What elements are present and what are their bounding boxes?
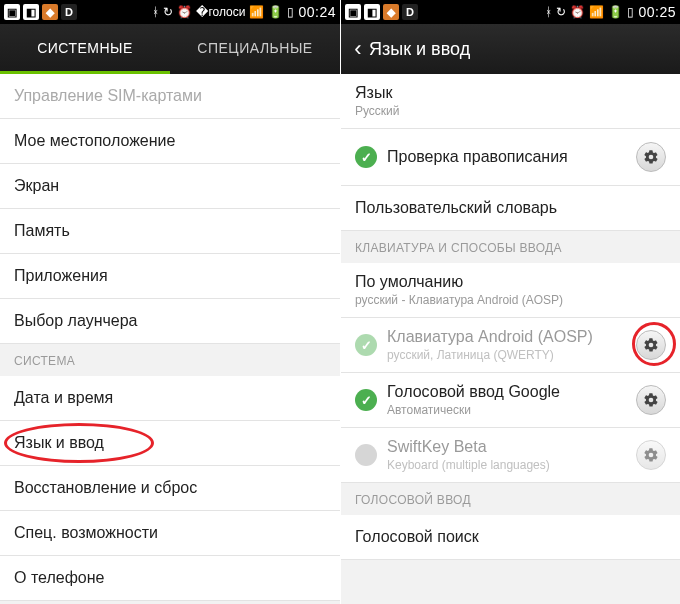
checkbox-icon[interactable] — [355, 146, 377, 168]
swiftkey-sub: Keyboard (multiple languages) — [387, 458, 550, 472]
wifi-icon: �голоси — [196, 5, 245, 19]
phone-right: ▣ ◧ ◆ D ᚼ ↻ ⏰ 📶 🔋 ▯ 00:25 ‹ Язык и ввод … — [340, 0, 680, 604]
row-about[interactable]: О телефоне — [0, 556, 340, 601]
notif-icon: ◧ — [23, 4, 39, 20]
spellcheck-label: Проверка правописания — [387, 148, 568, 166]
section-keyboards: КЛАВИАТУРА И СПОСОБЫ ВВОДА — [341, 231, 680, 263]
notif-icon: ▣ — [4, 4, 20, 20]
notif-icon: ◆ — [383, 4, 399, 20]
back-icon[interactable]: ‹ — [347, 36, 369, 62]
notif-icon: ▣ — [345, 4, 361, 20]
row-keyboard-google-voice[interactable]: Голосовой ввод Google Автоматически — [341, 373, 680, 428]
clock: 00:24 — [298, 4, 336, 20]
notif-icon: D — [61, 4, 77, 20]
keyboard-aosp-sub: русский, Латиница (QWERTY) — [387, 348, 593, 362]
status-bar: ▣ ◧ ◆ D ᚼ ↻ ⏰ 📶 🔋 ▯ 00:25 — [341, 0, 680, 24]
notif-icon: D — [402, 4, 418, 20]
settings-list: Управление SIM-картами Мое местоположени… — [0, 74, 340, 604]
default-value: русский - Клавиатура Android (AOSP) — [355, 293, 563, 307]
clock: 00:25 — [638, 4, 676, 20]
google-voice-label: Голосовой ввод Google — [387, 383, 560, 401]
settings-gear-button[interactable] — [636, 142, 666, 172]
row-location[interactable]: Мое местоположение — [0, 119, 340, 164]
battery-icon: 🔋 — [608, 5, 623, 19]
battery-icon: 🔋 — [268, 5, 283, 19]
keyboard-aosp-label: Клавиатура Android (AOSP) — [387, 328, 593, 346]
tab-system[interactable]: СИСТЕМНЫЕ — [0, 24, 170, 74]
checkbox-icon[interactable] — [355, 389, 377, 411]
swiftkey-label: SwiftKey Beta — [387, 438, 550, 456]
row-datetime[interactable]: Дата и время — [0, 376, 340, 421]
row-user-dictionary[interactable]: Пользовательский словарь — [341, 186, 680, 231]
tabs: СИСТЕМНЫЕ СПЕЦИАЛЬНЫЕ — [0, 24, 340, 74]
google-voice-sub: Автоматически — [387, 403, 560, 417]
bluetooth-icon: ᚼ — [545, 5, 552, 19]
row-language-input-label: Язык и ввод — [14, 434, 104, 452]
wifi-icon: 📶 — [249, 5, 264, 19]
row-memory[interactable]: Память — [0, 209, 340, 254]
row-display[interactable]: Экран — [0, 164, 340, 209]
page-title: Язык и ввод — [369, 39, 470, 60]
settings-gear-button[interactable] — [636, 330, 666, 360]
status-bar: ▣ ◧ ◆ D ᚼ ↻ ⏰ �голоси 📶 🔋 ▯ 00:24 — [0, 0, 340, 24]
default-label: По умолчанию — [355, 273, 563, 291]
row-accessibility[interactable]: Спец. возможности — [0, 511, 340, 556]
settings-gear-button[interactable] — [636, 385, 666, 415]
lang-input-list: Язык Русский Проверка правописания Польз… — [341, 74, 680, 604]
bluetooth-icon: ᚼ — [152, 5, 159, 19]
tab-special[interactable]: СПЕЦИАЛЬНЫЕ — [170, 24, 340, 74]
phone-left: ▣ ◧ ◆ D ᚼ ↻ ⏰ �голоси 📶 🔋 ▯ 00:24 СИСТЕМ… — [0, 0, 340, 604]
row-keyboard-swiftkey[interactable]: SwiftKey Beta Keyboard (multiple languag… — [341, 428, 680, 483]
sync-icon: ↻ — [556, 5, 566, 19]
signal-icon: ▯ — [627, 5, 634, 19]
notif-icon: ◆ — [42, 4, 58, 20]
section-voice: ГОЛОСОВОЙ ВВОД — [341, 483, 680, 515]
row-keyboard-aosp[interactable]: Клавиатура Android (AOSP) русский, Латин… — [341, 318, 680, 373]
row-language[interactable]: Язык Русский — [341, 74, 680, 129]
checkbox-icon[interactable] — [355, 444, 377, 466]
language-value: Русский — [355, 104, 400, 118]
alarm-icon: ⏰ — [177, 5, 192, 19]
row-sim-management[interactable]: Управление SIM-картами — [0, 74, 340, 119]
row-spellcheck[interactable]: Проверка правописания — [341, 129, 680, 186]
row-apps[interactable]: Приложения — [0, 254, 340, 299]
signal-icon: ▯ — [287, 5, 294, 19]
language-label: Язык — [355, 84, 400, 102]
titlebar: ‹ Язык и ввод — [341, 24, 680, 74]
alarm-icon: ⏰ — [570, 5, 585, 19]
row-language-input[interactable]: Язык и ввод — [0, 421, 340, 466]
checkbox-icon[interactable] — [355, 334, 377, 356]
row-launcher[interactable]: Выбор лаунчера — [0, 299, 340, 344]
row-voice-search[interactable]: Голосовой поиск — [341, 515, 680, 560]
section-system: СИСТЕМА — [0, 344, 340, 376]
settings-gear-button[interactable] — [636, 440, 666, 470]
row-default-keyboard[interactable]: По умолчанию русский - Клавиатура Androi… — [341, 263, 680, 318]
notif-icon: ◧ — [364, 4, 380, 20]
row-reset[interactable]: Восстановление и сброс — [0, 466, 340, 511]
sync-icon: ↻ — [163, 5, 173, 19]
wifi-icon: 📶 — [589, 5, 604, 19]
